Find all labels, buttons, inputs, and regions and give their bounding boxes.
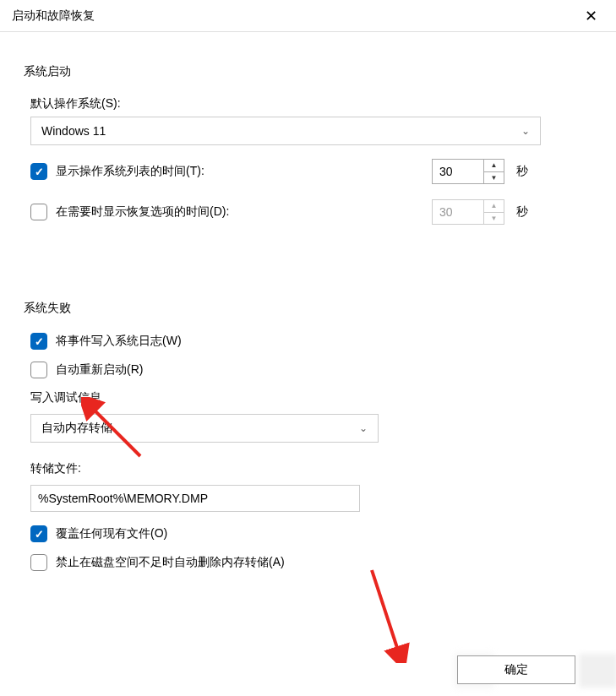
show-recovery-label: 在需要时显示恢复选项的时间(D): bbox=[56, 204, 229, 220]
default-os-dropdown[interactable]: Windows 11 ⌄ bbox=[30, 117, 541, 145]
auto-restart-checkbox[interactable] bbox=[30, 362, 47, 378]
section-title-failure: 系统失败 bbox=[24, 301, 592, 316]
show-recovery-seconds-spinner: ▲ ▼ bbox=[432, 199, 504, 225]
default-os-label: 默认操作系统(S): bbox=[30, 96, 592, 111]
dump-file-input[interactable] bbox=[30, 485, 360, 512]
disable-low-disk-checkbox[interactable] bbox=[30, 554, 47, 571]
disable-low-disk-label: 禁止在磁盘空间不足时自动删除内存转储(A) bbox=[56, 555, 285, 570]
spinner-down-icon[interactable]: ▼ bbox=[484, 172, 504, 184]
debug-info-label: 写入调试信息 bbox=[30, 390, 592, 405]
overwrite-checkbox[interactable] bbox=[30, 525, 47, 542]
ok-button[interactable]: 确定 bbox=[457, 655, 575, 684]
show-recovery-seconds-input bbox=[433, 200, 483, 224]
overwrite-label: 覆盖任何现有文件(O) bbox=[56, 526, 167, 541]
show-recovery-checkbox[interactable] bbox=[30, 204, 47, 220]
spinner-up-icon[interactable]: ▲ bbox=[484, 160, 504, 172]
dialog-content: 系统启动 默认操作系统(S): Windows 11 ⌄ 显示操作系统列表的时间… bbox=[0, 32, 616, 571]
auto-restart-label: 自动重新启动(R) bbox=[56, 362, 143, 378]
spinner-down-icon: ▼ bbox=[484, 213, 504, 225]
section-title-startup: 系统启动 bbox=[24, 64, 592, 79]
show-os-list-seconds-spinner[interactable]: ▲ ▼ bbox=[432, 159, 504, 184]
show-os-list-label: 显示操作系统列表的时间(T): bbox=[56, 164, 204, 179]
svg-line-1 bbox=[372, 570, 399, 653]
spinner-up-icon: ▲ bbox=[484, 200, 504, 213]
write-event-label: 将事件写入系统日志(W) bbox=[56, 334, 182, 349]
dialog-buttons: 确定 bbox=[457, 655, 575, 684]
dump-file-label: 转储文件: bbox=[30, 461, 592, 476]
seconds-unit: 秒 bbox=[516, 204, 528, 220]
show-os-list-seconds-input[interactable] bbox=[433, 160, 483, 183]
debug-info-value: 自动内存转储 bbox=[41, 421, 112, 436]
window-title: 启动和故障恢复 bbox=[12, 8, 95, 24]
titlebar: 启动和故障恢复 ✕ bbox=[0, 0, 616, 32]
show-os-list-checkbox[interactable] bbox=[30, 163, 47, 180]
debug-info-dropdown[interactable]: 自动内存转储 ⌄ bbox=[30, 414, 379, 443]
chevron-down-icon: ⌄ bbox=[359, 422, 368, 434]
seconds-unit: 秒 bbox=[516, 164, 528, 179]
obscured-region bbox=[579, 654, 616, 688]
chevron-down-icon: ⌄ bbox=[521, 125, 530, 137]
write-event-checkbox[interactable] bbox=[30, 333, 47, 350]
close-icon[interactable]: ✕ bbox=[578, 5, 604, 27]
default-os-value: Windows 11 bbox=[41, 124, 106, 138]
